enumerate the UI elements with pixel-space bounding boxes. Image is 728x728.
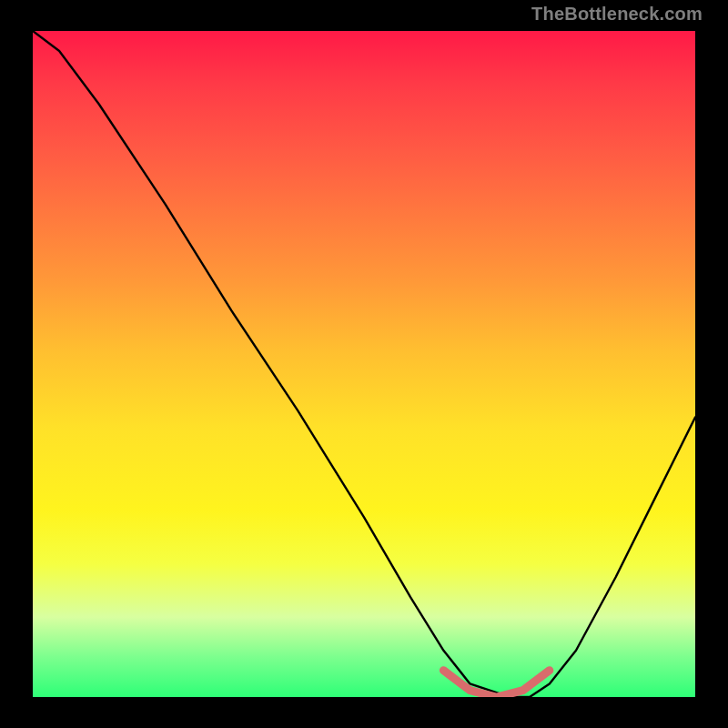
curve-layer <box>33 31 695 697</box>
optimal-floor-path <box>443 671 549 697</box>
bottleneck-curve-path <box>33 31 695 697</box>
plot-area <box>33 31 695 697</box>
chart-frame: TheBottleneck.com <box>0 0 728 728</box>
attribution-text: TheBottleneck.com <box>531 4 703 25</box>
